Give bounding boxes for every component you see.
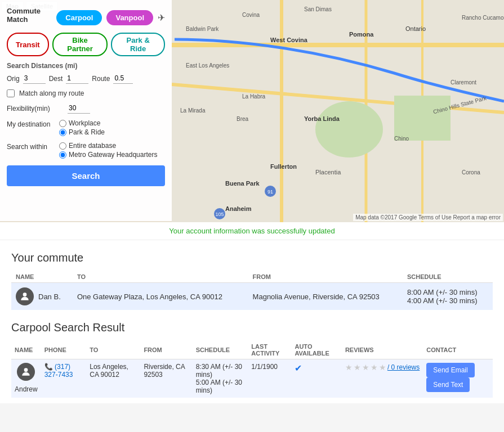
my-destination-radio-group: Workplace Park & Ride [59, 119, 105, 136]
commute-col-name: NAME [11, 271, 73, 283]
send-text-button[interactable]: Send Text [426, 377, 470, 392]
result-col-auto-available: AUTO AVAILABLE [291, 341, 341, 359]
result-col-phone: PHONE [41, 341, 87, 359]
your-commute-title: Your commute [11, 251, 493, 264]
result-reviews: ★ ★ ★ ★ ★ / 0 reviews [342, 359, 423, 398]
result-schedule: 8:30 AM (+/- 30 mins) 5:00 AM (+/- 30 mi… [193, 359, 248, 398]
result-col-last-activity: LAST ACTIVITY [248, 341, 291, 359]
result-col-to: TO [86, 341, 140, 359]
result-col-schedule: SCHEDULE [193, 341, 248, 359]
svg-point-34 [24, 368, 28, 372]
carpool-button[interactable]: Carpool [56, 10, 102, 25]
svg-point-7 [315, 101, 383, 158]
result-col-from: FROM [140, 341, 192, 359]
result-contact: Send Email Send Text [423, 359, 493, 398]
svg-text:Buena Park: Buena Park [225, 180, 260, 187]
svg-text:Rancho Cucamonga: Rancho Cucamonga [462, 15, 504, 21]
commute-col-to: TO [73, 271, 248, 283]
main-content: Your commute NAME TO FROM SCHEDULE [0, 240, 504, 403]
commute-col-from: FROM [248, 271, 403, 283]
result-name-cell: Andrew [11, 359, 41, 398]
settings-icon[interactable]: ✈ [158, 12, 165, 23]
destination-park-ride-option[interactable]: Park & Ride [59, 128, 105, 136]
result-col-contact: CONTACT [423, 341, 493, 359]
table-row: Dan B. One Gateway Plaza, Los Angeles, C… [11, 283, 493, 310]
result-auto-available: ✔ [291, 359, 341, 398]
transit-button[interactable]: Transit [7, 33, 49, 56]
result-phone: 📞 (317) 327-7433 [41, 359, 87, 398]
auto-available-check-icon: ✔ [295, 363, 302, 373]
svg-point-33 [23, 292, 27, 296]
svg-text:Ontario: Ontario [405, 25, 426, 32]
star-1: ★ [345, 363, 353, 372]
park-ride-button[interactable]: Park & Ride [111, 33, 165, 56]
bike-partner-button[interactable]: Bike Partner [52, 33, 108, 56]
flexibility-input[interactable] [68, 103, 90, 114]
svg-text:Claremont: Claremont [451, 79, 476, 86]
svg-text:La Habra: La Habra [242, 93, 266, 100]
avatar [17, 363, 35, 381]
svg-text:San Dimas: San Dimas [304, 6, 332, 12]
destination-workplace-option[interactable]: Workplace [59, 119, 105, 127]
svg-text:La Mirada: La Mirada [180, 107, 206, 114]
result-to: Los Angeles, CA 90012 [86, 359, 140, 398]
star-3: ★ [362, 363, 369, 372]
match-route-label: Match along my route [19, 89, 84, 97]
svg-text:91: 91 [267, 189, 273, 195]
svg-text:Brea: Brea [237, 116, 249, 122]
commute-from: Magnolia Avenue, Riverside, CA 92503 [248, 283, 403, 310]
commute-match-label: Commute Match [7, 7, 52, 24]
svg-text:105: 105 [215, 212, 224, 217]
dest-label: Dest [49, 75, 63, 83]
svg-text:Fullerton: Fullerton [270, 163, 297, 170]
star-4: ★ [371, 363, 378, 372]
commute-schedule: 8:00 AM (+/- 30 mins) 4:00 AM (+/- 30 mi… [403, 283, 493, 310]
svg-text:West Covina: West Covina [270, 37, 308, 43]
svg-text:Corona: Corona [462, 169, 480, 176]
svg-text:Covina: Covina [242, 12, 260, 18]
result-from: Riverside, CA 92503 [140, 359, 192, 398]
star-5: ★ [379, 363, 386, 372]
search-button[interactable]: Search [7, 165, 165, 186]
search-within-radio-group: Entire database Metro Gateway Headquarte… [59, 142, 157, 159]
search-within-metro-gateway[interactable]: Metro Gateway Headquarters [59, 151, 157, 159]
carpool-search-title: Carpool Search Result [11, 321, 493, 334]
match-route-checkbox[interactable] [7, 89, 15, 97]
svg-text:Pomona: Pomona [349, 31, 374, 38]
result-col-name: NAME [11, 341, 41, 359]
svg-text:Yorba Linda: Yorba Linda [304, 115, 340, 122]
route-input[interactable] [113, 73, 133, 84]
star-2: ★ [354, 363, 361, 372]
flexibility-label: Flexibility(min) [7, 105, 63, 112]
orig-label: Orig [7, 75, 20, 83]
phone-icon: 📞 [44, 363, 53, 371]
sidebar-panel: Commute Match Carpool Vanpool ✈ Transit … [0, 0, 172, 221]
map-attribution: Map data ©2017 Google Terms of Use Repor… [353, 214, 503, 221]
carpool-result-table: NAME PHONE TO FROM SCHEDULE LAST ACTIVIT… [11, 341, 493, 398]
search-within-entire-db[interactable]: Entire database [59, 142, 157, 150]
commute-person-name: Dan B. [38, 292, 61, 301]
svg-text:Placentia: Placentia [315, 169, 341, 176]
commute-to: One Gateway Plaza, Los Angeles, CA 90012 [73, 283, 248, 310]
success-message: Your account information was successfull… [0, 222, 504, 240]
result-person-name: Andrew [15, 385, 38, 393]
svg-text:Chino: Chino [394, 136, 409, 142]
send-email-button[interactable]: Send Email [426, 363, 474, 377]
orig-input[interactable] [23, 73, 46, 84]
table-row: Andrew 📞 (317) 327-7433 Los Angeles, CA … [11, 359, 493, 398]
commute-name-cell: Dan B. [16, 287, 68, 305]
dest-input[interactable] [66, 73, 88, 84]
search-distances-label: Search Distances (mi) [7, 62, 165, 70]
search-within-label: Search within [7, 142, 55, 151]
vanpool-button[interactable]: Vanpool [106, 10, 153, 25]
result-last-activity: 1/1/1900 [248, 359, 291, 398]
svg-rect-8 [394, 96, 451, 141]
svg-text:Baldwin Park: Baldwin Park [186, 26, 219, 32]
svg-text:Anaheim: Anaheim [225, 205, 252, 212]
review-count-link[interactable]: / 0 reviews [387, 363, 420, 371]
avatar [16, 287, 34, 305]
route-label: Route [92, 75, 110, 83]
commute-table: NAME TO FROM SCHEDULE Dan B. [11, 271, 493, 310]
svg-text:East Los Angeles: East Los Angeles [186, 62, 229, 69]
map-container: Baldwin Park Covina San Dimas East Los A… [0, 0, 504, 222]
